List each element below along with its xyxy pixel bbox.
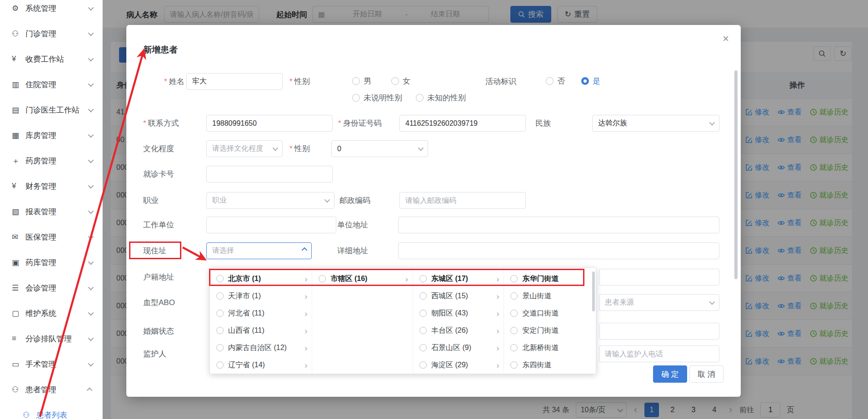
gender-radio-female[interactable]: 女 <box>391 76 410 86</box>
cascader-option-label: 东华门街道 <box>522 274 559 284</box>
cascader-option[interactable]: 海淀区 (29) › <box>413 356 504 374</box>
chevron-right-icon: › <box>496 292 499 301</box>
chevron-icon <box>88 81 94 87</box>
gear-icon: ⚙ <box>12 4 25 13</box>
sidebar: ⚙ 系统管理 ⚇ 门诊管理 ¥ 收费工作站 ▥ <box>0 0 103 419</box>
sidebar-item-storeroom-management[interactable]: ▦ 库房管理 <box>0 123 102 148</box>
chevron-icon <box>88 182 94 188</box>
sidebar-item-maintenance-system[interactable]: ▢ 维护系统 <box>0 301 102 326</box>
radio-icon[interactable] <box>419 310 427 317</box>
contact-input[interactable] <box>206 115 333 132</box>
cascader-option[interactable]: 石景山区 (9) › <box>413 339 504 356</box>
cascader-option[interactable]: 东城区 (17) › <box>413 270 504 287</box>
cascader-option[interactable]: 北新桥街道 <box>504 339 596 356</box>
id-number-input[interactable] <box>399 115 526 132</box>
cascader-option[interactable]: 朝阳区 (43) › <box>413 305 504 322</box>
guardian-phone-input[interactable] <box>599 345 719 362</box>
chevron-down-icon <box>709 120 715 126</box>
sidebar-subitem-label: 患者列表 <box>36 410 67 419</box>
sidebar-item-report-management[interactable]: ▧ 报表管理 <box>0 199 102 224</box>
gender-select[interactable]: 0 <box>331 140 428 157</box>
sidebar-item-medical-insurance-management[interactable]: ✉ 医保管理 <box>0 224 102 250</box>
cascader-option[interactable]: 西城区 (15) › <box>413 287 504 305</box>
radio-icon[interactable] <box>216 275 224 282</box>
patient-source-select[interactable]: 患者来源 <box>599 294 719 311</box>
modal-scrollbar[interactable] <box>734 70 738 279</box>
sidebar-item-patient-management[interactable]: ⚇ 患者管理 <box>0 377 102 402</box>
postal-code-input[interactable] <box>399 192 526 209</box>
cascader-scrollbar[interactable] <box>592 271 595 311</box>
current-address-cascader-select[interactable]: 请选择 <box>206 242 312 259</box>
active-flag-radio-yes[interactable]: 是 <box>581 76 600 86</box>
cascader-option[interactable]: 市辖区 (16) › <box>312 270 412 287</box>
unit-address-input[interactable] <box>398 217 719 233</box>
cascader-option[interactable]: 东华门街道 <box>504 270 596 287</box>
sidebar-item-surgery-management[interactable]: ▭ 手术管理 <box>0 351 102 377</box>
radio-icon[interactable] <box>216 327 224 334</box>
cascader-option[interactable]: 交道口街道 <box>504 305 596 322</box>
radio-icon[interactable] <box>510 327 518 334</box>
sidebar-item-triage-queue-management[interactable]: ≡ 分诊排队管理 <box>0 326 102 351</box>
sidebar-item-consultation-management[interactable]: ☰ 会诊管理 <box>0 275 102 301</box>
chevron-right-icon: › <box>496 309 499 318</box>
gender-radio-unknown[interactable]: 未知的性别 <box>416 93 466 103</box>
radio-icon[interactable] <box>216 361 224 369</box>
cascader-option[interactable]: 北京市 (1) › <box>210 270 312 287</box>
cascader-option-label: 西城区 (15) <box>431 291 468 301</box>
gender-radio-unexplained[interactable]: 未说明性别 <box>352 93 402 103</box>
cancel-button[interactable]: 取 消 <box>689 365 723 383</box>
close-icon[interactable]: × <box>723 33 729 44</box>
sidebar-item-drug-storage-management[interactable]: ▣ 药库管理 <box>0 250 102 275</box>
radio-icon[interactable] <box>510 361 518 369</box>
occupation-select[interactable]: 职业 <box>206 192 334 209</box>
radio-icon[interactable] <box>419 327 427 334</box>
sidebar-item-finance-management[interactable]: ¥ 财务管理 <box>0 173 102 199</box>
cascader-option[interactable]: 内蒙古自治区 (12) › <box>210 339 312 356</box>
work-unit-input[interactable] <box>206 217 336 233</box>
cascader-option[interactable]: 天津市 (1) › <box>210 287 312 305</box>
ethnicity-select[interactable]: 达斡尔族 <box>592 115 719 132</box>
name-input[interactable] <box>186 73 283 90</box>
education-select[interactable]: 请选择文化程度 <box>206 140 283 157</box>
guardian-label: 监护人 <box>143 349 166 359</box>
cascader-option[interactable]: 辽宁省 (14) › <box>210 356 312 374</box>
cascader-option[interactable]: 河北省 (11) › <box>210 305 312 322</box>
radio-icon[interactable] <box>419 344 427 351</box>
radio-checked-icon <box>581 77 589 85</box>
cascader-option[interactable]: 东四街道 <box>504 356 596 374</box>
radio-icon[interactable] <box>216 292 224 300</box>
household-right-input[interactable] <box>599 269 719 286</box>
radio-icon[interactable] <box>419 292 427 300</box>
sidebar-item-outpatient-doctor-workstation[interactable]: ▤ 门诊医生工作站 <box>0 97 102 123</box>
radio-icon[interactable] <box>510 275 518 282</box>
cascader-option[interactable]: 丰台区 (26) › <box>413 322 504 339</box>
radio-icon[interactable] <box>510 344 518 351</box>
cascader-option[interactable]: 安定门街道 <box>504 322 596 339</box>
radio-icon[interactable] <box>216 344 224 351</box>
radio-icon[interactable] <box>419 361 427 369</box>
confirm-button[interactable]: 确 定 <box>653 365 687 383</box>
sidebar-item-charging-workstation[interactable]: ¥ 收费工作站 <box>0 46 102 72</box>
sidebar-item-pharmacy-management[interactable]: ＋ 药房管理 <box>0 148 102 173</box>
sidebar-item-inpatient-management[interactable]: ▥ 住院管理 <box>0 72 102 97</box>
radio-icon[interactable] <box>216 310 224 317</box>
cascader-option-label: 交道口街道 <box>522 309 559 318</box>
sidebar-item-outpatient-management[interactable]: ⚇ 门诊管理 <box>0 21 102 46</box>
radio-icon[interactable] <box>510 292 518 300</box>
radio-icon[interactable] <box>419 275 427 282</box>
visit-card-input[interactable] <box>206 166 333 182</box>
marital-right-input[interactable] <box>599 323 719 340</box>
sidebar-item-system-management[interactable]: ⚙ 系统管理 <box>0 0 102 21</box>
cascader-option[interactable]: 景山街道 <box>504 287 596 305</box>
gender-radio-male[interactable]: 男 <box>352 76 371 86</box>
radio-icon[interactable] <box>319 275 326 282</box>
sidebar-item-label: 分诊排队管理 <box>25 334 72 344</box>
active-flag-radio-no[interactable]: 否 <box>546 76 565 86</box>
chevron-icon <box>87 387 93 393</box>
sidebar-item-patient-list[interactable]: ⚇ 患者列表 <box>0 402 102 419</box>
contact-label: *联系方式 <box>143 118 179 128</box>
cascader-option[interactable]: 山西省 (11) › <box>210 322 312 339</box>
cascader-option-label: 市辖区 (16) <box>330 274 367 284</box>
detail-address-input[interactable] <box>398 242 719 259</box>
radio-icon[interactable] <box>510 310 518 317</box>
